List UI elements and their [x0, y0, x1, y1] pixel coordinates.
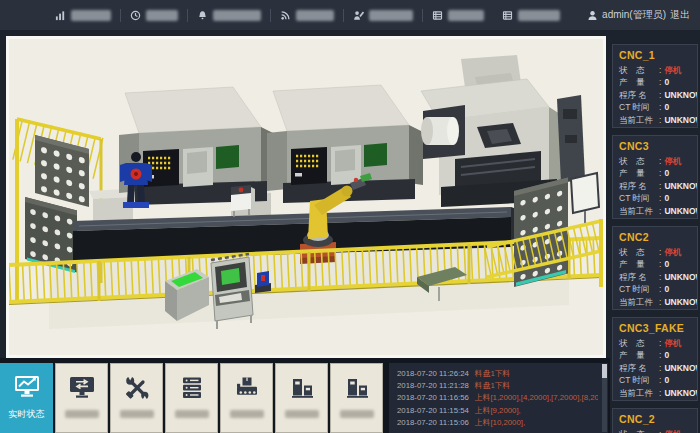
log-timestamp: 2018-07-20 11:16:56	[397, 393, 469, 402]
event-log-panel[interactable]: 2018-07-20 11:26:24料盘1下料 2018-07-20 11:2…	[389, 363, 608, 433]
status-row: 状 态:停机	[619, 246, 691, 258]
redacted-menu-label	[71, 10, 111, 21]
log-message: 上料[1,2000],[4,2000],[7,2000],[8,2000],[9…	[475, 393, 598, 402]
status-value: 停机	[664, 155, 681, 167]
scada-app-window: admin(管理员) 退出	[0, 0, 700, 433]
info-board	[571, 173, 599, 225]
bar-chart-icon	[55, 10, 66, 21]
toolbar-button-2[interactable]	[55, 363, 108, 433]
redacted-button-label	[340, 410, 374, 418]
workpiece-row: 当前工件:UNKNOWN	[619, 114, 691, 126]
ct-value: 0	[664, 283, 669, 295]
panel-title: CNC3	[619, 140, 691, 153]
redacted-menu-label	[213, 10, 261, 21]
redacted-button-label	[175, 410, 209, 418]
menu-item-2[interactable]	[121, 10, 187, 21]
person-edit-icon	[353, 10, 364, 21]
log-entry: 2018-07-20 11:16:56上料[1,2000],[4,2000],[…	[397, 392, 598, 404]
program-value: UNKNOWN	[664, 362, 698, 374]
log-timestamp: 2018-07-20 11:21:28	[397, 381, 469, 390]
program-row: 程序 名:UNKNOWN	[619, 180, 691, 192]
status-value: 停机	[664, 64, 681, 76]
redacted-menu-label	[448, 10, 484, 21]
toolbar-button-6[interactable]	[275, 363, 328, 433]
panel-title: CNC_1	[619, 49, 691, 62]
workpiece-row: 当前工件:UNKNOWN	[619, 387, 691, 399]
toolbar-button-realtime-status[interactable]: 实时状态	[0, 363, 53, 433]
ct-value: 0	[664, 101, 669, 113]
clock-icon	[130, 10, 141, 21]
panel-title: CNC3_FAKE	[619, 322, 691, 335]
program-value: UNKNOWN	[664, 271, 698, 283]
menu-item-7[interactable]	[493, 10, 569, 21]
menu-item-1[interactable]	[46, 10, 120, 21]
factory-3d-scene	[9, 39, 603, 355]
status-panel-cnc3: CNC3 状 态:停机 产 量:0 程序 名:UNKNOWN CT 时间:0 当…	[612, 135, 698, 219]
log-scrollbar-thumb[interactable]	[602, 364, 607, 378]
ct-row: CT 时间:0	[619, 101, 691, 113]
toolbar-button-4[interactable]	[165, 363, 218, 433]
user-icon	[587, 10, 598, 21]
menu-item-5[interactable]	[344, 10, 422, 21]
main-menu	[46, 9, 569, 22]
toolbar-button-7[interactable]	[330, 363, 383, 433]
log-message: 料盘1下料	[475, 381, 511, 390]
logout-link[interactable]: 退出	[670, 8, 690, 22]
status-value: 停机	[664, 246, 681, 258]
log-entry: 2018-07-20 11:15:06上料[10,2000],	[397, 417, 598, 429]
loader-machine-icon	[233, 375, 261, 401]
ct-row: CT 时间:0	[619, 192, 691, 204]
status-value: 停机	[664, 337, 681, 349]
toolbar-button-3[interactable]	[110, 363, 163, 433]
ct-value: 0	[664, 374, 669, 386]
status-panel-cnc-2: CNC_2 状 态:停机 产 量:0 程序 名:UNKNOWN CT 时间:0 …	[612, 408, 698, 433]
rss-icon	[280, 10, 291, 21]
warehouse-boxes-icon	[343, 375, 371, 401]
status-row: 状 态:停机	[619, 337, 691, 349]
user-account-area: admin(管理员) 退出	[587, 8, 690, 22]
table-icon	[502, 10, 513, 21]
panel-title: CNC_2	[619, 413, 691, 426]
log-timestamp: 2018-07-20 11:15:54	[397, 406, 469, 415]
panel-title: CNC2	[619, 231, 691, 244]
toolbar-button-label: 实时状态	[9, 408, 45, 421]
log-message: 上料[9,2000],	[475, 406, 521, 415]
status-value: 停机	[664, 428, 681, 433]
program-value: UNKNOWN	[664, 89, 698, 101]
redacted-menu-label	[296, 10, 334, 21]
log-timestamp: 2018-07-20 11:26:24	[397, 369, 469, 378]
redacted-button-label	[285, 410, 319, 418]
workpiece-value: UNKNOWN	[664, 114, 698, 126]
toolbar-button-5[interactable]	[220, 363, 273, 433]
table-icon	[432, 10, 443, 21]
warehouse-boxes-icon	[288, 375, 316, 401]
workpiece-row: 当前工件:UNKNOWN	[619, 296, 691, 308]
redacted-menu-label	[146, 10, 178, 21]
menu-item-4[interactable]	[271, 10, 343, 21]
redacted-menu-label	[369, 10, 413, 21]
status-row: 状 态:停机	[619, 428, 691, 433]
redacted-button-label	[230, 410, 264, 418]
workpiece-value: UNKNOWN	[664, 387, 698, 399]
server-rack-icon	[178, 375, 206, 401]
workpiece-row: 当前工件:UNKNOWN	[619, 205, 691, 217]
cnc-lathe-machine-2	[267, 85, 423, 203]
tools-icon	[123, 375, 151, 401]
menu-item-3[interactable]	[188, 10, 270, 21]
program-value: UNKNOWN	[664, 180, 698, 192]
factory-3d-viewport[interactable]	[6, 36, 606, 358]
left-pallet-rack-top	[35, 135, 89, 207]
output-row: 产 量:0	[619, 167, 691, 179]
status-row: 状 态:停机	[619, 64, 691, 76]
log-scrollbar[interactable]	[602, 364, 607, 432]
workpiece-value: UNKNOWN	[664, 296, 698, 308]
program-row: 程序 名:UNKNOWN	[619, 89, 691, 101]
ct-row: CT 时间:0	[619, 374, 691, 386]
output-value: 0	[664, 167, 669, 179]
redacted-button-label	[65, 410, 99, 418]
bottom-toolbar: 实时状态	[0, 363, 388, 433]
program-row: 程序 名:UNKNOWN	[619, 362, 691, 374]
log-entry: 2018-07-20 11:26:24料盘1下料	[397, 368, 598, 380]
output-row: 产 量:0	[619, 76, 691, 88]
menu-item-6[interactable]	[423, 10, 493, 21]
